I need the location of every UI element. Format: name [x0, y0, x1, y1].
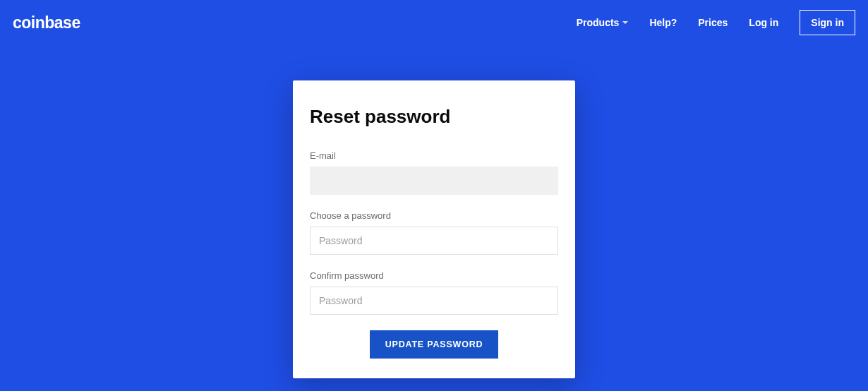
card-title: Reset password: [310, 106, 558, 128]
navbar: coinbase Products Help? Prices Log in Si…: [0, 0, 868, 45]
nav-products-label: Products: [577, 17, 620, 28]
card-container: Reset password E-mail Choose a password …: [0, 80, 868, 378]
update-password-button[interactable]: UPDATE PASSWORD: [370, 330, 499, 359]
chevron-down-icon: [622, 21, 628, 24]
email-group: E-mail: [310, 150, 558, 195]
confirm-password-group: Confirm password: [310, 270, 558, 315]
submit-wrapper: UPDATE PASSWORD: [310, 330, 558, 359]
nav-prices[interactable]: Prices: [698, 17, 728, 28]
logo[interactable]: coinbase: [13, 13, 80, 32]
email-label: E-mail: [310, 150, 558, 161]
choose-password-label: Choose a password: [310, 210, 558, 221]
reset-password-card: Reset password E-mail Choose a password …: [293, 80, 575, 378]
nav-links: Products Help? Prices Log in Sign in: [577, 10, 855, 35]
confirm-password-field[interactable]: [310, 287, 558, 315]
email-field[interactable]: [310, 167, 558, 195]
signin-button[interactable]: Sign in: [800, 10, 855, 35]
nav-help[interactable]: Help?: [649, 17, 677, 28]
confirm-password-label: Confirm password: [310, 270, 558, 281]
nav-login[interactable]: Log in: [749, 17, 778, 28]
choose-password-field[interactable]: [310, 227, 558, 255]
nav-products[interactable]: Products: [577, 17, 629, 28]
choose-password-group: Choose a password: [310, 210, 558, 255]
